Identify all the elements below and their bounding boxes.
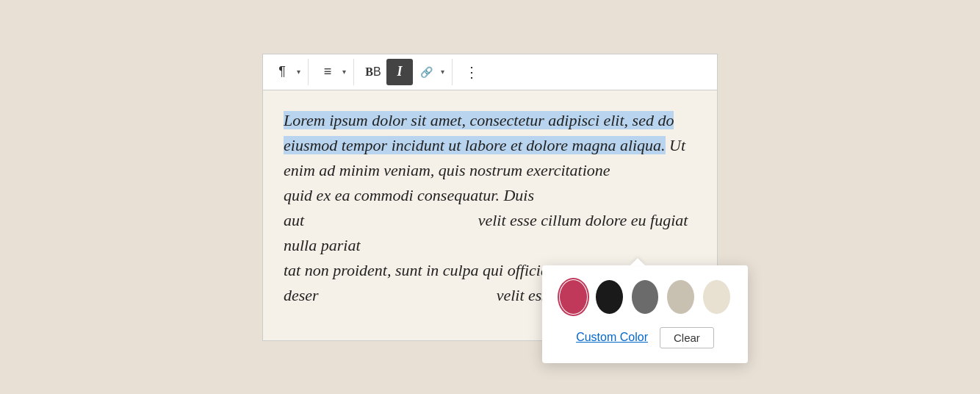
paragraph-chevron[interactable]: ▾ bbox=[295, 68, 302, 76]
custom-color-button[interactable]: Custom Color bbox=[576, 331, 648, 344]
color-swatch-cream[interactable] bbox=[703, 280, 730, 314]
color-swatches bbox=[560, 280, 730, 314]
toolbar-group-more bbox=[458, 59, 485, 85]
more-button[interactable] bbox=[458, 59, 485, 85]
color-popup-actions: Custom Color Clear bbox=[560, 327, 730, 348]
align-chevron[interactable]: ▾ bbox=[341, 68, 347, 76]
bold-button[interactable]: B bbox=[360, 59, 386, 85]
selected-text: Lorem ipsum dolor sit amet, consectetur … bbox=[284, 111, 674, 154]
link-chevron[interactable]: ▾ bbox=[439, 68, 446, 76]
toolbar-group-paragraph: ▾ bbox=[269, 59, 309, 85]
text-line-3-after: velit esse cillum dolore eu fugiat nulla… bbox=[284, 211, 688, 254]
paragraph-button[interactable] bbox=[269, 59, 295, 85]
toolbar-group-align: ▾ bbox=[314, 59, 354, 85]
color-swatch-lightgray[interactable] bbox=[667, 280, 694, 314]
color-swatch-red[interactable] bbox=[560, 280, 587, 314]
editor-content[interactable]: Lorem ipsum dolor sit amet, consectetur … bbox=[263, 90, 717, 340]
color-swatch-gray[interactable] bbox=[632, 280, 659, 314]
italic-button[interactable]: I bbox=[386, 59, 413, 85]
toolbar: ▾ ▾ B I ▾ bbox=[263, 54, 717, 90]
toolbar-group-format: B I ▾ bbox=[360, 59, 453, 85]
color-swatch-black[interactable] bbox=[596, 280, 623, 314]
editor-container: ▾ ▾ B I ▾ Lorem ipsum dolor sit amet, co… bbox=[262, 54, 718, 341]
align-button[interactable] bbox=[314, 59, 341, 85]
clear-color-button[interactable]: Clear bbox=[660, 327, 714, 348]
link-button[interactable] bbox=[413, 59, 439, 85]
color-picker-popup: Custom Color Clear bbox=[542, 265, 748, 363]
